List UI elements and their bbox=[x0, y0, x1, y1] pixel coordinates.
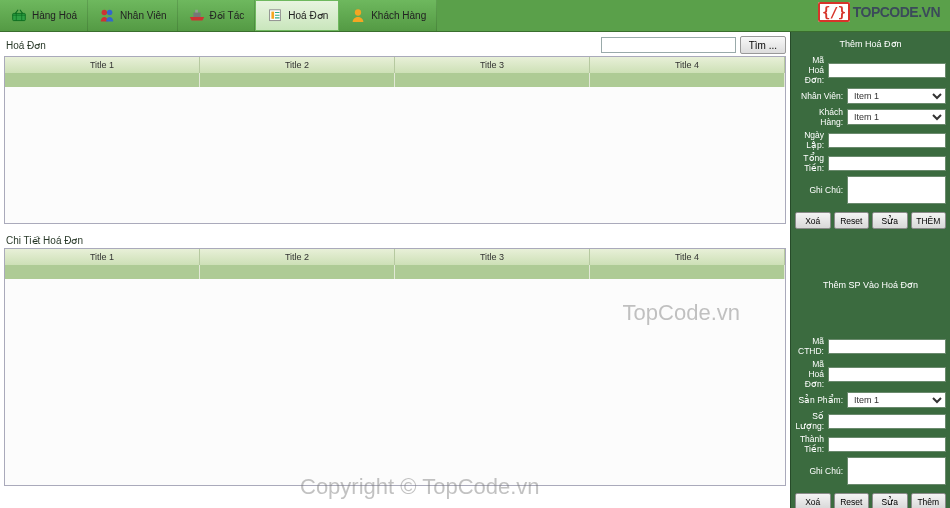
grid-header: Title 1 Title 2 Title 3 Title 4 bbox=[5, 57, 785, 73]
col-header[interactable]: Title 1 bbox=[5, 57, 200, 73]
col-header[interactable]: Title 1 bbox=[5, 249, 200, 265]
toolbar-label: Khách Hàng bbox=[371, 10, 426, 21]
section-title-hoa-don: Hoá Đơn bbox=[6, 40, 46, 51]
svg-rect-6 bbox=[272, 11, 275, 18]
staff-icon bbox=[98, 8, 116, 24]
label-khach-hang: Khách Hàng: bbox=[795, 107, 843, 127]
col-header[interactable]: Title 2 bbox=[200, 249, 395, 265]
btn-them[interactable]: THÊM bbox=[911, 212, 947, 229]
logo-brace: {/} bbox=[818, 2, 850, 22]
basket-icon bbox=[10, 8, 28, 24]
toolbar-label: Hoá Đơn bbox=[288, 10, 328, 21]
search-button[interactable]: Tìm ... bbox=[740, 36, 786, 54]
label-ghi-chu: Ghi Chú: bbox=[795, 185, 843, 195]
btn-xoa[interactable]: Xoá bbox=[795, 212, 831, 229]
textarea-ghi-chu[interactable] bbox=[847, 176, 946, 204]
col-header[interactable]: Title 4 bbox=[590, 57, 785, 73]
label-thanh-tien: Thành Tiền: bbox=[795, 434, 824, 454]
grid-hoa-don: Title 1 Title 2 Title 3 Title 4 bbox=[4, 56, 786, 224]
btn-sua2[interactable]: Sửa bbox=[872, 493, 908, 508]
btn-reset[interactable]: Reset bbox=[834, 212, 870, 229]
svg-rect-4 bbox=[195, 9, 198, 12]
main-toolbar: Hàng Hoá Nhân Viên Đối Tác Hoá Đơn Khách… bbox=[0, 0, 950, 32]
svg-rect-3 bbox=[193, 12, 200, 16]
input-tong-tien[interactable] bbox=[828, 156, 946, 171]
toolbar-nhan-vien[interactable]: Nhân Viên bbox=[88, 0, 178, 31]
label-ghi-chu2: Ghi Chú: bbox=[795, 466, 843, 476]
customer-icon bbox=[349, 8, 367, 24]
label-so-luong: Số Lượng: bbox=[795, 411, 824, 431]
logo-text: TOPCODE.VN bbox=[853, 4, 940, 20]
table-row[interactable] bbox=[5, 265, 785, 279]
input-ma-hoa-don[interactable] bbox=[828, 63, 946, 78]
invoice-icon bbox=[266, 8, 284, 24]
svg-point-2 bbox=[107, 9, 112, 14]
svg-point-7 bbox=[355, 9, 361, 15]
select-san-pham[interactable]: Item 1 bbox=[847, 392, 946, 408]
btn-xoa2[interactable]: Xoá bbox=[795, 493, 831, 508]
toolbar-label: Nhân Viên bbox=[120, 10, 167, 21]
toolbar-khach-hang[interactable]: Khách Hàng bbox=[339, 0, 437, 31]
col-header[interactable]: Title 3 bbox=[395, 57, 590, 73]
grid-body[interactable] bbox=[5, 265, 785, 485]
ship-icon bbox=[188, 8, 206, 24]
table-row[interactable] bbox=[5, 73, 785, 87]
label-ma-hoa-don2: Mã Hoá Đơn: bbox=[795, 359, 824, 389]
label-ma-cthd: Mã CTHD: bbox=[795, 336, 824, 356]
col-header[interactable]: Title 3 bbox=[395, 249, 590, 265]
form2-title: Thêm SP Vào Hoá Đơn bbox=[795, 277, 946, 293]
label-ngay-lap: Ngày Lập: bbox=[795, 130, 824, 150]
svg-point-1 bbox=[102, 9, 107, 14]
label-san-pham: Sản Phẩm: bbox=[795, 395, 843, 405]
form1-title: Thêm Hoá Đơn bbox=[795, 36, 946, 52]
toolbar-label: Hàng Hoá bbox=[32, 10, 77, 21]
toolbar-doi-tac[interactable]: Đối Tác bbox=[178, 0, 256, 31]
toolbar-label: Đối Tác bbox=[210, 10, 245, 21]
input-so-luong[interactable] bbox=[828, 414, 946, 429]
select-khach-hang[interactable]: Item 1 bbox=[847, 109, 946, 125]
toolbar-hang-hoa[interactable]: Hàng Hoá bbox=[0, 0, 88, 31]
btn-sua[interactable]: Sửa bbox=[872, 212, 908, 229]
grid-body[interactable] bbox=[5, 73, 785, 223]
grid-header: Title 1 Title 2 Title 3 Title 4 bbox=[5, 249, 785, 265]
logo: {/}TOPCODE.VN bbox=[818, 4, 940, 20]
label-tong-tien: Tổng Tiền: bbox=[795, 153, 824, 173]
col-header[interactable]: Title 2 bbox=[200, 57, 395, 73]
sidebar: Thêm Hoá Đơn Mã Hoá Đơn: Nhân Viên:Item … bbox=[790, 32, 950, 508]
btn-reset2[interactable]: Reset bbox=[834, 493, 870, 508]
section-title-chi-tiet: Chi Tiết Hoá Đơn bbox=[6, 235, 83, 246]
toolbar-hoa-don[interactable]: Hoá Đơn bbox=[255, 0, 339, 31]
col-header[interactable]: Title 4 bbox=[590, 249, 785, 265]
input-ngay-lap[interactable] bbox=[828, 133, 946, 148]
input-thanh-tien[interactable] bbox=[828, 437, 946, 452]
label-nhan-vien: Nhân Viên: bbox=[795, 91, 843, 101]
label-ma-hoa-don: Mã Hoá Đơn: bbox=[795, 55, 824, 85]
input-ma-cthd[interactable] bbox=[828, 339, 946, 354]
main-area: Hoá Đơn Tìm ... Title 1 Title 2 Title 3 … bbox=[0, 32, 790, 508]
textarea-ghi-chu2[interactable] bbox=[847, 457, 946, 485]
input-ma-hoa-don2[interactable] bbox=[828, 367, 946, 382]
svg-rect-0 bbox=[13, 13, 26, 20]
search-input[interactable] bbox=[601, 37, 736, 53]
select-nhan-vien[interactable]: Item 1 bbox=[847, 88, 946, 104]
btn-them2[interactable]: Thêm bbox=[911, 493, 947, 508]
grid-chi-tiet: Title 1 Title 2 Title 3 Title 4 bbox=[4, 248, 786, 486]
